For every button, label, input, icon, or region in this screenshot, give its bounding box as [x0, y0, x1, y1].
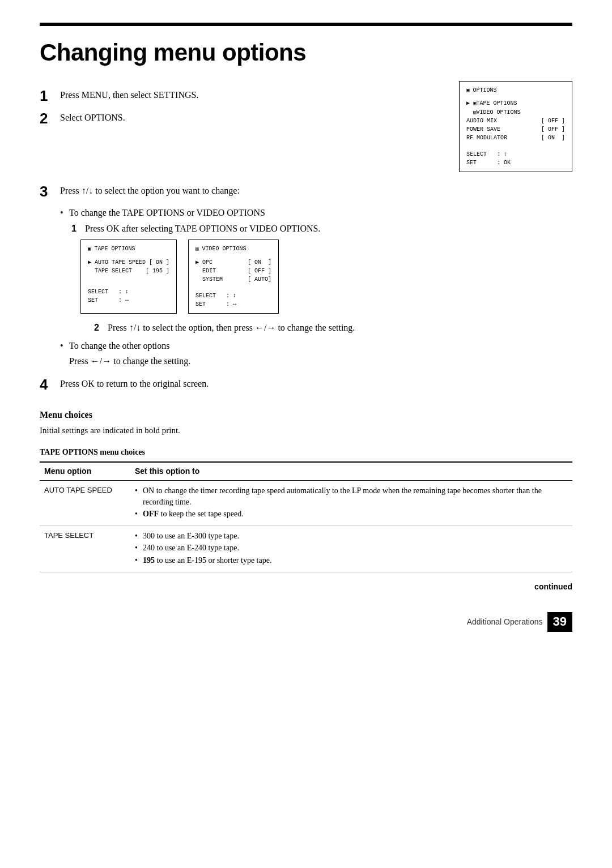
- other-options-detail: Press ←/→ to change the setting.: [69, 355, 572, 367]
- step-1-text: Press MENU, then select SETTINGS.: [60, 87, 198, 101]
- step-1-number: 1: [40, 85, 60, 106]
- list-item: • OFF to keep the set tape speed.: [135, 508, 568, 520]
- step-2-text: Select OPTIONS.: [60, 109, 125, 124]
- menu-item-video: ▤VIDEO OPTIONS: [466, 108, 565, 117]
- sub-step-1-text: Press OK after selecting TAPE OPTIONS or…: [85, 223, 320, 235]
- col-menu-option: Menu option: [40, 462, 130, 481]
- video-edit: EDIT[ OFF ]: [196, 267, 271, 275]
- step-2-number: 2: [40, 108, 60, 129]
- options-menu-box: ▣ OPTIONS ▶ ▣TAPE OPTIONS ▤VIDEO OPTIONS…: [459, 81, 572, 173]
- menu-item-power: POWER SAVE[ OFF ]: [466, 125, 565, 134]
- page-title: Changing menu options: [40, 36, 572, 70]
- top-border: [40, 23, 572, 26]
- tape-video-bullet: • To change the TAPE OPTIONS or VIDEO OP…: [60, 207, 572, 367]
- options-table: Menu option Set this option to AUTO TAPE…: [40, 461, 572, 572]
- step-1-block: 1 Press MENU, then select SETTINGS. 2 Se…: [40, 87, 572, 173]
- col-set-option: Set this option to: [130, 462, 572, 481]
- bullet-dot-2: •: [60, 340, 69, 352]
- list-item: • 240 to use an E-240 type tape.: [135, 542, 568, 554]
- sub-step-1-number: 1: [71, 223, 85, 235]
- video-menu-title: ▤ VIDEO OPTIONS: [196, 245, 271, 254]
- sub-step-2-number: 2: [94, 322, 108, 334]
- bullet-dot-1: •: [60, 207, 69, 219]
- table-header-row: Menu option Set this option to: [40, 462, 572, 481]
- video-menu-footer: SELECT : ↕ SET : ↔: [196, 292, 271, 309]
- page-footer: Additional Operations 39: [467, 612, 572, 632]
- menu-item-rf: RF MODULATOR[ ON ]: [466, 134, 565, 142]
- menu-item-audio: AUDIO MIX[ OFF ]: [466, 117, 565, 125]
- continued-text: continued: [40, 581, 572, 593]
- options-menu-screenshot: ▣ OPTIONS ▶ ▣TAPE OPTIONS ▤VIDEO OPTIONS…: [459, 81, 572, 173]
- step-4-block: 4 Press OK to return to the original scr…: [40, 375, 572, 395]
- menu-choices-title: Menu choices: [40, 409, 572, 421]
- sub-step-2-block: 2 Press ↑/↓ to select the option, then p…: [94, 322, 572, 334]
- screenshots-row: ▣ TAPE OPTIONS ▶ AUTO TAPE SPEED[ ON ] T…: [80, 240, 572, 314]
- tape-menu-footer: SELECT : ↕ SET : ↔: [88, 288, 169, 305]
- step-4-number: 4: [40, 374, 60, 395]
- sub-step-2-text: Press ↑/↓ to select the option, then pre…: [108, 322, 355, 334]
- sub-step-1-block: 1 Press OK after selecting TAPE OPTIONS …: [71, 223, 572, 334]
- table-row: AUTO TAPE SPEED • ON to change the timer…: [40, 481, 572, 526]
- menu-choices-section: Menu choices Initial settings are indica…: [40, 409, 572, 572]
- tape-video-bullet-text: To change the TAPE OPTIONS or VIDEO OPTI…: [69, 207, 265, 219]
- table-row: TAPE SELECT • 300 to use an E-300 type t…: [40, 525, 572, 572]
- footer-label: Additional Operations: [467, 617, 543, 628]
- menu-item-tape: ▶ ▣TAPE OPTIONS: [466, 99, 565, 108]
- video-opc: ▶ OPC[ ON ]: [196, 258, 271, 267]
- row-tape-select-label: TAPE SELECT: [40, 525, 130, 572]
- tape-options-table-section: TAPE OPTIONS menu choices Menu option Se…: [40, 447, 572, 572]
- menu-choices-subtitle: Initial settings are indicated in bold p…: [40, 425, 572, 437]
- other-options-text: To change the other options: [69, 340, 170, 352]
- page: Changing menu options 1 Press MENU, then…: [0, 0, 612, 649]
- video-system: SYSTEM[ AUTO]: [196, 275, 271, 284]
- options-menu-title: ▣ OPTIONS: [466, 86, 565, 95]
- step-4-text: Press OK to return to the original scree…: [60, 375, 209, 390]
- row-auto-tape-label: AUTO TAPE SPEED: [40, 481, 130, 526]
- page-number: 39: [547, 612, 572, 632]
- list-item: • 300 to use an E-300 type tape.: [135, 531, 568, 542]
- list-item: • 195 to use an E-195 or shorter type ta…: [135, 555, 568, 566]
- tape-menu-title: ▣ TAPE OPTIONS: [88, 245, 169, 254]
- list-item: • ON to change the timer recording tape …: [135, 485, 568, 507]
- other-options-bullet: • To change the other options: [60, 340, 572, 352]
- row-auto-tape-value: • ON to change the timer recording tape …: [130, 481, 572, 526]
- tape-auto-speed: ▶ AUTO TAPE SPEED[ ON ]: [88, 258, 169, 267]
- other-options-detail-text: Press ←/→ to change the setting.: [69, 356, 190, 366]
- step-3-block: 3 Press ↑/↓ to select the option you wan…: [40, 182, 572, 367]
- options-menu-footer: SELECT : ↕ SET : OK: [466, 150, 565, 167]
- row-tape-select-value: • 300 to use an E-300 type tape. • 240 t…: [130, 525, 572, 572]
- video-options-screenshot: ▤ VIDEO OPTIONS ▶ OPC[ ON ] EDIT[ OFF ] …: [188, 240, 279, 314]
- step-3-number: 3: [40, 181, 60, 202]
- step-3-text: Press ↑/↓ to select the option you want …: [60, 182, 240, 197]
- tape-options-screenshot: ▣ TAPE OPTIONS ▶ AUTO TAPE SPEED[ ON ] T…: [80, 240, 177, 314]
- tape-options-table-title: TAPE OPTIONS menu choices: [40, 447, 572, 458]
- tape-select: TAPE SELECT[ 195 ]: [88, 267, 169, 275]
